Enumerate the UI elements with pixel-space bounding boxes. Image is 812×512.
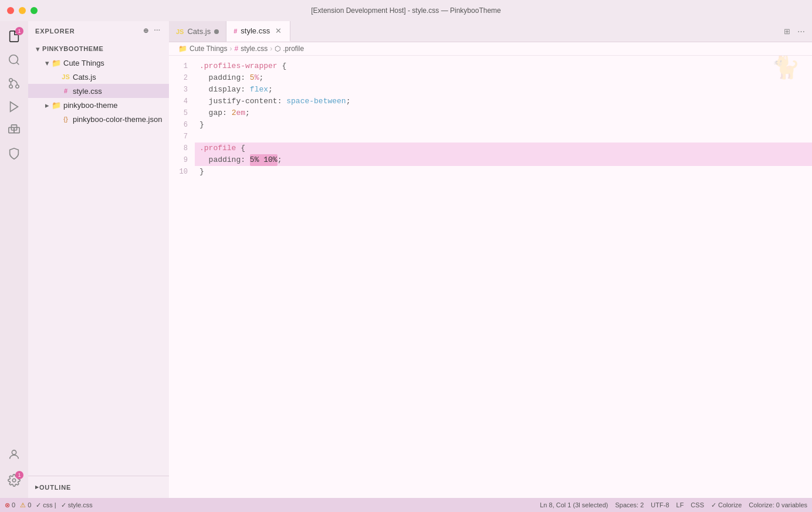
more-actions-icon[interactable]: ⋯ — [153, 26, 162, 36]
split-editor-icon[interactable]: ⊞ — [781, 25, 793, 38]
breadcrumb-css-icon: # — [234, 45, 238, 53]
activity-item-extensions[interactable] — [4, 120, 25, 141]
token: justify-content — [209, 96, 278, 107]
sidebar-item-cats-js[interactable]: ▸ JS Cats.js — [28, 70, 169, 84]
status-language[interactable]: CSS — [691, 501, 704, 508]
sidebar: Explorer ⊕ ⋯ ▾ PINKYBOOTHEME ▾ 📁 Cute Th… — [28, 21, 169, 498]
sidebar-header-actions: ⊕ ⋯ — [142, 26, 162, 36]
remote-icon — [8, 147, 21, 160]
breadcrumb-sep-1: › — [229, 45, 232, 53]
breadcrumb-profile[interactable]: .profile — [283, 45, 304, 53]
warning-count: 0 — [28, 501, 31, 508]
status-position[interactable]: Ln 8, Col 1 (3l selected) — [540, 501, 608, 508]
position-label: Ln 8, Col 1 (3l selected) — [540, 501, 608, 508]
activity-item-search[interactable] — [4, 49, 25, 70]
token: ; — [278, 154, 282, 166]
token: { — [236, 143, 245, 154]
line-num-9: 9 — [169, 154, 195, 166]
status-right: Ln 8, Col 1 (3l selected) Spaces: 2 UTF-… — [540, 501, 807, 509]
status-errors[interactable]: ⊗ 0 — [5, 501, 15, 509]
tab-close-icon[interactable]: ✕ — [273, 26, 283, 36]
code-line-6: } — [195, 119, 812, 131]
token: ; — [346, 96, 351, 107]
close-button[interactable] — [7, 7, 14, 14]
sidebar-bottom: ▸ OUTLINE — [28, 476, 169, 498]
status-colorize-vars[interactable]: Colorize: 0 variables — [749, 501, 807, 508]
token: : — [241, 154, 250, 166]
line-num-6: 6 — [169, 119, 195, 131]
style-check-label: style.css — [68, 501, 93, 508]
warning-icon: ⚠ — [20, 501, 26, 509]
more-actions-tab-icon[interactable]: ⋯ — [795, 25, 807, 38]
sidebar-item-color-theme-json[interactable]: ▸ {} pinkyboo-color-theme.json — [28, 112, 169, 126]
status-colorize[interactable]: ✓ Colorize — [711, 501, 742, 509]
minimize-button[interactable] — [19, 7, 26, 14]
status-spaces[interactable]: Spaces: 2 — [615, 501, 644, 508]
status-encoding[interactable]: UTF-8 — [651, 501, 669, 508]
json-file-icon: {} — [61, 114, 70, 124]
token — [199, 72, 209, 84]
token — [199, 107, 209, 119]
token: padding — [209, 72, 241, 84]
code-line-1: .profiles-wrapper { — [195, 60, 812, 72]
token: padding — [209, 154, 241, 166]
activity-item-remote[interactable] — [4, 143, 25, 164]
sidebar-outline[interactable]: ▸ OUTLINE — [28, 481, 169, 493]
code-editor[interactable]: 1 2 3 4 5 6 7 8 9 10 .profiles-wrapper {… — [169, 56, 812, 498]
status-css-check[interactable]: ✓ css | — [36, 501, 56, 509]
encoding-label: UTF-8 — [651, 501, 669, 508]
settings-badge: 1 — [15, 471, 23, 479]
status-style-check[interactable]: ✓ style.css — [61, 501, 93, 509]
activity-item-debug[interactable] — [4, 96, 25, 117]
status-warnings[interactable]: ⚠ 0 — [20, 501, 31, 509]
spaces-label: Spaces: 2 — [615, 501, 644, 508]
breadcrumb-folder-icon: 📁 — [178, 45, 187, 53]
modified-dot — [214, 29, 219, 34]
token: .profiles-wrapper — [199, 60, 278, 72]
status-eol[interactable]: LF — [676, 501, 684, 508]
sidebar-header: Explorer ⊕ ⋯ — [28, 21, 169, 40]
line-numbers: 1 2 3 4 5 6 7 8 9 10 — [169, 56, 195, 498]
token: } — [199, 119, 204, 131]
code-content[interactable]: .profiles-wrapper { padding: 5%; display… — [195, 56, 812, 498]
breadcrumb-cute-things[interactable]: Cute Things — [190, 45, 227, 53]
activity-item-settings[interactable]: 1 — [4, 470, 25, 491]
token: em — [236, 107, 245, 119]
activity-item-source-control[interactable] — [4, 73, 25, 94]
tab-cats-js[interactable]: JS Cats.js — [169, 21, 226, 42]
token: ; — [268, 84, 273, 96]
folder-icon: 📁 — [52, 58, 61, 67]
debug-icon — [8, 100, 21, 113]
token — [199, 96, 209, 107]
account-icon — [8, 448, 21, 461]
color-theme-label: pinkyboo-color-theme.json — [73, 115, 162, 124]
explorer-badge: 1 — [15, 27, 23, 35]
line-num-10: 10 — [169, 166, 195, 178]
maximize-button[interactable] — [31, 7, 38, 14]
file-tree: ▾ PINKYBOOTHEME ▾ 📁 Cute Things ▸ JS Cat… — [28, 40, 169, 476]
token — [199, 84, 209, 96]
line-num-1: 1 — [169, 60, 195, 72]
activity-item-explorer[interactable]: 1 — [4, 26, 25, 47]
sidebar-item-cute-things[interactable]: ▾ 📁 Cute Things — [28, 56, 169, 70]
colorize-label: Colorize — [718, 501, 742, 508]
sidebar-item-style-css[interactable]: ▸ # style.css — [28, 84, 169, 98]
window-title: [Extension Development Host] - style.css… — [311, 6, 500, 15]
svg-line-1 — [16, 62, 19, 65]
code-line-2: padding: 5%; — [195, 72, 812, 84]
breadcrumb-style-css[interactable]: style.css — [241, 45, 268, 53]
new-file-icon[interactable]: ⊕ — [142, 26, 150, 36]
activity-bar: 1 — [0, 21, 28, 498]
colorize-vars-label: Colorize: 0 variables — [749, 501, 807, 508]
token: } — [199, 166, 204, 178]
activity-item-account[interactable] — [4, 444, 25, 465]
token-selected: 5% 10% — [250, 154, 278, 166]
tab-style-css[interactable]: # style.css ✕ — [226, 21, 290, 42]
check-icon3: ✓ — [711, 501, 716, 509]
breadcrumb-sep-2: › — [270, 45, 272, 53]
token: ; — [245, 107, 250, 119]
js-tab-icon: JS — [176, 28, 184, 35]
svg-point-3 — [9, 79, 13, 82]
sidebar-item-pinkyboo-theme[interactable]: ▸ 📁 pinkyboo-theme — [28, 98, 169, 112]
tree-root-folder[interactable]: ▾ PINKYBOOTHEME — [28, 42, 169, 56]
